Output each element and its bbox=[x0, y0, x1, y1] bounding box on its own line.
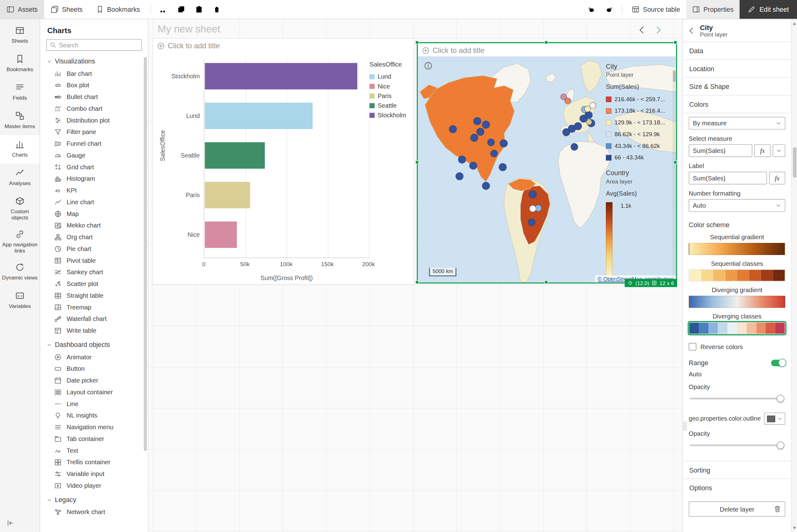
chart-type-pivot-table[interactable]: Pivot table bbox=[40, 254, 148, 266]
range-toggle[interactable] bbox=[771, 360, 785, 366]
chart-type-navigation-menu[interactable]: Navigation menu bbox=[40, 421, 148, 433]
source-table-button[interactable]: Source table bbox=[626, 0, 686, 19]
sidebar-item-analyses[interactable]: Analyses bbox=[0, 164, 40, 192]
resize-handle[interactable] bbox=[673, 160, 677, 164]
slider-thumb[interactable] bbox=[777, 442, 784, 449]
chart-type-pie-chart[interactable]: Pie chart bbox=[40, 243, 148, 255]
chart-type-nl-insights[interactable]: NL insights bbox=[40, 410, 148, 421]
copy-button[interactable] bbox=[172, 0, 190, 19]
resize-handle[interactable] bbox=[415, 160, 419, 164]
sidebar-item-app-navigation-links[interactable]: App navigation links bbox=[0, 225, 40, 258]
city-point[interactable] bbox=[477, 128, 484, 136]
resize-handle[interactable] bbox=[544, 40, 548, 44]
city-point[interactable] bbox=[474, 117, 481, 125]
city-point[interactable] bbox=[482, 182, 490, 190]
info-icon[interactable] bbox=[424, 62, 432, 70]
city-point[interactable] bbox=[470, 134, 478, 142]
resize-handle[interactable] bbox=[415, 40, 419, 44]
scrollbar-thumb[interactable] bbox=[793, 147, 796, 178]
edit-sheet-button[interactable]: Edit sheet bbox=[740, 0, 797, 19]
map-title-placeholder[interactable]: Click to add title bbox=[422, 46, 485, 54]
tab-assets[interactable]: Assets bbox=[0, 0, 44, 19]
map-object[interactable]: Click to add title bbox=[417, 42, 677, 284]
chart-type-kpi[interactable]: #1KPI bbox=[40, 185, 148, 196]
section-data[interactable]: Data bbox=[683, 42, 792, 59]
scheme-sequential-gradient[interactable] bbox=[689, 243, 785, 255]
scheme-sequential-classes[interactable] bbox=[689, 269, 785, 281]
legend-scrollbar[interactable] bbox=[672, 70, 676, 283]
city-point[interactable] bbox=[574, 122, 582, 130]
section-size-shape[interactable]: Size & Shape bbox=[683, 77, 792, 95]
city-point[interactable] bbox=[529, 191, 537, 198]
paste-button[interactable] bbox=[190, 0, 207, 19]
chart-type-line-chart[interactable]: Line chart bbox=[40, 196, 148, 208]
sidebar-item-sheets[interactable]: Sheets bbox=[0, 21, 40, 50]
bar-nice[interactable] bbox=[205, 222, 237, 248]
reverse-colors-checkbox[interactable]: Reverse colors bbox=[689, 343, 785, 350]
scroll-up-icon[interactable] bbox=[792, 20, 797, 26]
city-point[interactable] bbox=[500, 139, 508, 147]
legend-scrollbar-thumb[interactable] bbox=[673, 71, 675, 82]
section-colors[interactable]: Colors bbox=[683, 95, 792, 113]
chart-type-histogram[interactable]: Histogram bbox=[40, 173, 148, 185]
resize-handle[interactable] bbox=[673, 40, 677, 44]
chart-type-animator[interactable]: Animator bbox=[40, 351, 148, 363]
city-point[interactable] bbox=[487, 139, 495, 146]
city-point[interactable] bbox=[528, 219, 535, 226]
outline-opacity-slider[interactable] bbox=[690, 442, 784, 450]
chart-type-map[interactable]: Map bbox=[40, 208, 148, 220]
panel-resize-handle[interactable] bbox=[684, 422, 686, 431]
bar-stockholm[interactable] bbox=[205, 63, 357, 90]
scroll-down-icon[interactable] bbox=[792, 525, 797, 531]
section-dashboard-objects[interactable]: Dashboard objects bbox=[40, 337, 148, 351]
cut-button[interactable] bbox=[154, 0, 172, 19]
slider-track[interactable] bbox=[690, 398, 784, 399]
expression-editor-button[interactable]: fx bbox=[769, 172, 785, 185]
city-point[interactable] bbox=[590, 102, 596, 109]
resize-handle[interactable] bbox=[415, 280, 419, 284]
city-point[interactable] bbox=[469, 162, 477, 170]
chart-type-write-table[interactable]: Write table bbox=[40, 325, 148, 337]
slider-thumb[interactable] bbox=[777, 395, 784, 403]
scheme-diverging-classes[interactable] bbox=[689, 322, 785, 334]
chart-type-box-plot[interactable]: Box plot bbox=[40, 79, 148, 91]
select-measure-input[interactable] bbox=[689, 144, 752, 157]
bar-paris[interactable] bbox=[205, 182, 250, 208]
undo-button[interactable] bbox=[582, 0, 600, 19]
chart-type-bar-chart[interactable]: Bar chart bbox=[40, 68, 148, 79]
tab-bookmarks[interactable]: Bookmarks bbox=[89, 0, 147, 19]
measure-dropdown-button[interactable] bbox=[773, 144, 785, 157]
chart-type-date-picker[interactable]: Date picker bbox=[40, 375, 148, 386]
delete-layer-button[interactable]: Delete layer bbox=[689, 501, 785, 516]
redo-button[interactable] bbox=[600, 0, 618, 19]
number-formatting-select[interactable]: Auto bbox=[689, 199, 785, 212]
toggle-knob[interactable] bbox=[778, 359, 786, 367]
chart-type-trellis-container[interactable]: Trellis container bbox=[40, 456, 148, 468]
chart-type-bullet-chart[interactable]: Bullet chart bbox=[40, 91, 148, 103]
bar-lund[interactable] bbox=[205, 103, 313, 129]
sidebar-item-master-items[interactable]: Master items bbox=[0, 107, 40, 135]
search-input[interactable] bbox=[59, 41, 138, 49]
slider-track[interactable] bbox=[690, 444, 784, 446]
chart-type-line[interactable]: Line bbox=[40, 398, 148, 410]
chart-type-sankey-chart[interactable]: Sankey chart bbox=[40, 266, 148, 278]
legend-item-nice[interactable]: Nice bbox=[369, 81, 411, 91]
chart-type-distribution-plot[interactable]: Distribution plot bbox=[40, 114, 148, 126]
sidebar-item-variables[interactable]: x =Variables bbox=[0, 287, 40, 315]
city-point[interactable] bbox=[458, 156, 466, 164]
chart-type-video-player[interactable]: Video player bbox=[40, 480, 148, 492]
chart-type-gauge[interactable]: Gauge bbox=[40, 150, 148, 161]
city-point[interactable] bbox=[449, 125, 457, 133]
properties-scrollbar[interactable] bbox=[792, 19, 797, 532]
opacity-slider[interactable] bbox=[690, 395, 784, 403]
legend-item-stockholm[interactable]: Stockholm bbox=[369, 110, 411, 120]
chart-type-mekko-chart[interactable]: Mekko chart bbox=[40, 220, 148, 231]
collapse-panel-icon[interactable] bbox=[0, 519, 14, 527]
sheet-canvas[interactable]: My new sheet Click to add title SalesOff… bbox=[148, 19, 682, 532]
expression-editor-button[interactable]: fx bbox=[754, 144, 771, 157]
city-point[interactable] bbox=[482, 121, 490, 129]
label-input[interactable] bbox=[689, 172, 767, 185]
properties-button[interactable]: Properties bbox=[686, 0, 740, 19]
chart-type-waterfall-chart[interactable]: Waterfall chart bbox=[40, 313, 148, 325]
chart-type-combo-chart[interactable]: Combo chart bbox=[40, 103, 148, 114]
